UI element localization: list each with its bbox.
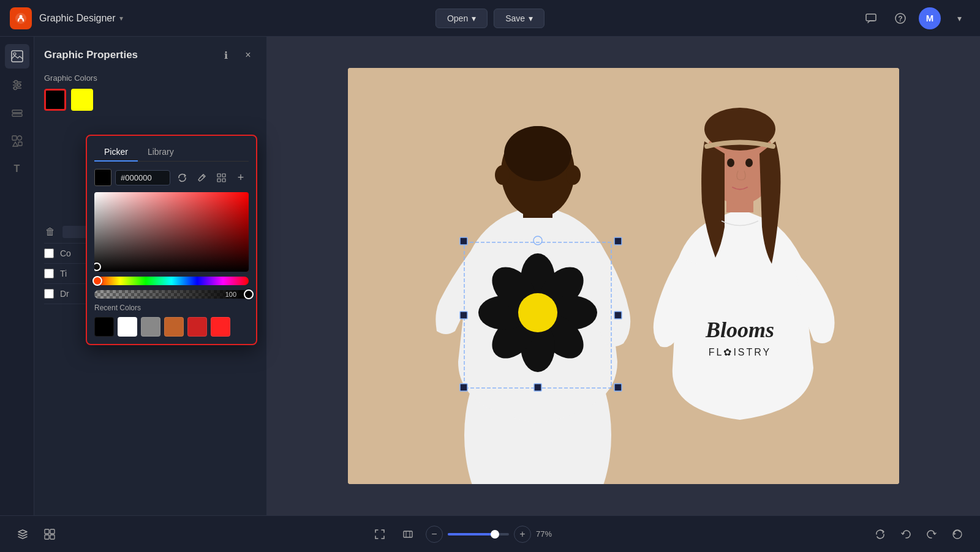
recent-color-5[interactable]: [187, 317, 207, 337]
recent-color-3[interactable]: [141, 317, 160, 337]
alpha-slider[interactable]: 100: [94, 290, 249, 299]
recent-color-4[interactable]: [164, 317, 184, 337]
panel-close-button[interactable]: ×: [239, 47, 257, 64]
recent-color-2[interactable]: [118, 317, 137, 337]
app-title-container[interactable]: Graphic Designer ▾: [39, 13, 123, 24]
add-color-btn[interactable]: +: [233, 169, 249, 186]
user-avatar[interactable]: M: [919, 7, 941, 29]
tab-picker[interactable]: Picker: [94, 143, 138, 162]
fullscreen-btn[interactable]: [369, 524, 390, 545]
redo-btn[interactable]: [921, 524, 942, 545]
fit-btn[interactable]: [398, 524, 418, 545]
color-swatch-black[interactable]: [44, 89, 66, 111]
svg-rect-15: [12, 136, 17, 140]
hue-thumb[interactable]: [92, 276, 102, 286]
svg-rect-45: [614, 311, 622, 319]
layers-btn[interactable]: [12, 524, 33, 545]
svg-rect-47: [534, 384, 541, 391]
alpha-gradient-overlay: [94, 290, 249, 299]
bottom-bar: − + 77%: [0, 515, 980, 552]
tab-library[interactable]: Library: [138, 143, 184, 162]
gradient-dark-overlay: [94, 192, 249, 272]
app-logo: [10, 7, 32, 29]
zoom-thumb[interactable]: [491, 530, 499, 539]
top-bar: Graphic Designer ▾ Open ▾ Save ▾ ? M: [0, 0, 980, 37]
svg-point-1: [20, 15, 23, 18]
left-sidebar: T: [0, 37, 34, 515]
hex-input[interactable]: #000000: [115, 170, 170, 185]
svg-point-29: [495, 165, 510, 185]
svg-rect-14: [12, 114, 22, 116]
svg-point-10: [14, 81, 17, 84]
help-icon-btn[interactable]: ?: [889, 7, 911, 29]
svg-rect-23: [222, 179, 225, 182]
refresh-view-btn[interactable]: [870, 524, 891, 545]
svg-point-12: [13, 87, 17, 90]
grid-view-btn[interactable]: [213, 169, 229, 186]
recent-color-6[interactable]: [211, 317, 230, 337]
top-bar-right: ? M ▾: [860, 7, 970, 29]
color-gradient[interactable]: [94, 192, 249, 272]
svg-rect-46: [460, 384, 467, 391]
eyedropper-btn[interactable]: [194, 169, 209, 186]
zoom-slider[interactable]: [448, 533, 509, 535]
svg-text:Blooms: Blooms: [705, 318, 774, 342]
svg-text:FL✿ISTRY: FL✿ISTRY: [709, 347, 772, 357]
sidebar-item-layers[interactable]: [5, 100, 29, 125]
properties-panel: Graphic Properties ℹ × Graphic Colors Pi…: [34, 37, 267, 515]
color-swatch-yellow[interactable]: [71, 89, 93, 111]
sidebar-item-image[interactable]: [5, 44, 29, 69]
svg-point-6: [13, 53, 16, 55]
recent-color-1[interactable]: [94, 317, 114, 337]
main-layout: T Graphic Properties ℹ × Graphic Colors …: [0, 37, 980, 515]
panel-header-icons: ℹ ×: [217, 47, 257, 64]
hue-slider[interactable]: [94, 277, 249, 285]
svg-point-52: [727, 159, 734, 167]
svg-rect-42: [460, 237, 467, 245]
svg-rect-20: [217, 174, 221, 177]
svg-point-30: [566, 165, 581, 185]
delete-icon[interactable]: 🗑: [44, 226, 56, 238]
open-button[interactable]: Open ▾: [435, 9, 488, 28]
recent-colors-label: Recent Colors: [94, 304, 249, 312]
app-title-chevron: ▾: [119, 14, 123, 23]
picker-tabs: Picker Library: [94, 143, 249, 162]
svg-rect-44: [460, 311, 467, 319]
panel-header: Graphic Properties ℹ ×: [44, 47, 257, 64]
svg-rect-57: [50, 529, 55, 534]
expand-icon-btn[interactable]: ▾: [948, 7, 970, 29]
alpha-thumb[interactable]: [244, 289, 254, 299]
svg-text:?: ?: [898, 15, 902, 23]
sidebar-item-adjustments[interactable]: [5, 72, 29, 97]
graphic-colors-label: Graphic Colors: [44, 73, 257, 83]
svg-rect-21: [222, 174, 225, 177]
sidebar-item-text[interactable]: T: [5, 157, 29, 181]
panel-info-button[interactable]: ℹ: [217, 47, 235, 64]
svg-marker-17: [13, 142, 18, 146]
canvas-image: Blooms FL✿ISTRY: [348, 68, 899, 484]
app-title-text: Graphic Designer: [39, 13, 116, 24]
svg-rect-18: [18, 142, 22, 146]
canvas-area[interactable]: Blooms FL✿ISTRY: [267, 37, 980, 515]
color-picker-popup: Picker Library #000000: [86, 135, 257, 345]
zoom-minus-btn[interactable]: −: [426, 526, 443, 543]
zoom-value: 77%: [536, 529, 560, 539]
svg-rect-56: [45, 529, 49, 534]
svg-point-53: [745, 159, 753, 167]
chat-icon-btn[interactable]: [860, 7, 882, 29]
tint-label: Ti: [60, 269, 67, 278]
drop-label: Dr: [60, 289, 69, 299]
history-btn[interactable]: [947, 524, 968, 545]
zoom-control: − + 77%: [426, 526, 560, 543]
undo-btn[interactable]: [895, 524, 916, 545]
refresh-color-btn[interactable]: [174, 169, 190, 186]
sidebar-item-shapes[interactable]: [5, 129, 29, 153]
svg-point-11: [17, 84, 20, 87]
color-checkbox[interactable]: [44, 248, 54, 258]
tint-checkbox[interactable]: [44, 269, 54, 278]
grid-btn[interactable]: [39, 524, 60, 545]
svg-rect-60: [404, 531, 412, 537]
save-button[interactable]: Save ▾: [494, 9, 545, 28]
drop-checkbox[interactable]: [44, 289, 54, 299]
zoom-plus-btn[interactable]: +: [514, 526, 531, 543]
